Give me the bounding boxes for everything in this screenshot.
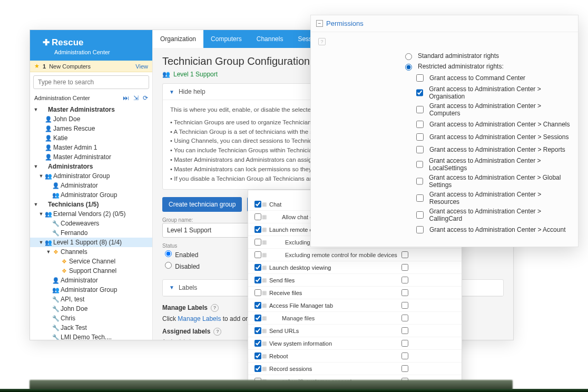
- grant-access-option[interactable]: Grant access to Administration Center > …: [414, 102, 571, 117]
- grant-access-option[interactable]: Grant access to Administration Center > …: [414, 157, 571, 172]
- permission-checkbox[interactable]: [254, 302, 261, 309]
- tree-node[interactable]: 🔧Jack Test: [30, 323, 152, 332]
- tree-node[interactable]: 👤Master Admin 1: [30, 143, 152, 152]
- permission-checkbox[interactable]: [254, 289, 261, 296]
- permission-checkbox[interactable]: [254, 327, 261, 334]
- tree-node[interactable]: 🔧John Doe: [30, 304, 152, 313]
- permission-checkbox[interactable]: [254, 239, 261, 246]
- tree-node[interactable]: ▼Administrators: [30, 162, 152, 171]
- permission-locked-checkbox[interactable]: [401, 352, 408, 359]
- status-enabled-radio[interactable]: [165, 250, 172, 257]
- grant-access-option[interactable]: Grant access to Administration Center > …: [414, 85, 571, 100]
- permission-checkbox[interactable]: [254, 352, 261, 359]
- grant-access-option[interactable]: Grant access to Administration Center > …: [414, 144, 571, 155]
- grant-access-checkbox[interactable]: [416, 146, 424, 153]
- grant-access-option[interactable]: Grant access to Administration Center > …: [414, 174, 571, 189]
- tree-node[interactable]: 🔧Codeweavers: [30, 219, 152, 228]
- grant-access-checkbox[interactable]: [416, 74, 424, 82]
- permission-checkbox[interactable]: [254, 201, 261, 208]
- tree-node[interactable]: ❖Service Channel: [30, 257, 152, 266]
- tab-organization[interactable]: Organization: [153, 30, 203, 48]
- tree-caret-icon[interactable]: ▼: [33, 200, 38, 209]
- permission-checkbox[interactable]: [254, 315, 261, 321]
- grant-access-option[interactable]: Grant access to Administration Center > …: [414, 132, 571, 142]
- grant-access-checkbox[interactable]: [416, 211, 424, 219]
- help-icon[interactable]: ?: [318, 38, 326, 45]
- nav-tree[interactable]: ▼Master Administrators👤John Doe👤James Re…: [30, 104, 152, 340]
- grant-access-option[interactable]: Grant access to Administration Center > …: [414, 224, 571, 235]
- tree-node[interactable]: 👤Administrator: [30, 276, 152, 285]
- tree-node[interactable]: 🔧LMI Demo Tech....: [30, 332, 152, 340]
- status-disabled-radio[interactable]: [165, 262, 172, 269]
- tree-node[interactable]: ▼❖Channels: [30, 247, 152, 257]
- permission-locked-checkbox[interactable]: [401, 302, 408, 309]
- permission-checkbox[interactable]: [254, 264, 261, 271]
- tree-node[interactable]: 👤Katie: [30, 133, 152, 143]
- tree-node[interactable]: 🔧Chris: [30, 313, 152, 323]
- permission-locked-checkbox[interactable]: [401, 251, 408, 258]
- permission-checkbox[interactable]: [254, 365, 261, 372]
- tree-caret-icon[interactable]: ▼: [38, 209, 44, 219]
- tree-caret-icon[interactable]: ▼: [38, 171, 44, 181]
- rights-restricted-option[interactable]: Restricted administrator rights:: [403, 62, 571, 71]
- permission-checkbox[interactable]: [254, 226, 261, 233]
- grant-access-checkbox[interactable]: [416, 89, 423, 96]
- tab-channels[interactable]: Channels: [249, 30, 291, 48]
- tree-node[interactable]: 👤James Rescue: [30, 124, 152, 133]
- permission-locked-checkbox[interactable]: [401, 327, 408, 334]
- tree-caret-icon[interactable]: ▼: [33, 105, 38, 114]
- rights-standard-option[interactable]: Standard administrator rights: [403, 52, 571, 60]
- permissions-card-header[interactable]: − Permissions: [311, 15, 578, 32]
- grant-access-checkbox[interactable]: [416, 106, 424, 113]
- grant-access-checkbox[interactable]: [416, 178, 423, 185]
- tree-node[interactable]: 👤Administrator: [30, 181, 152, 190]
- permission-checkbox[interactable]: [254, 213, 261, 220]
- permission-locked-checkbox[interactable]: [401, 365, 408, 372]
- search-input[interactable]: [33, 75, 149, 89]
- tree-node[interactable]: ▼Technicians (1/5): [30, 200, 152, 209]
- tree-node[interactable]: 👤Master Administrator: [30, 152, 152, 162]
- tree-node[interactable]: ▼Master Administrators: [30, 105, 152, 114]
- tree-node[interactable]: ▼👥Administrator Group: [30, 171, 152, 181]
- tool-skip-icon[interactable]: ⏭: [123, 94, 129, 102]
- grant-access-option[interactable]: Grant access to Command Center: [414, 73, 571, 83]
- grant-access-checkbox[interactable]: [416, 121, 424, 128]
- permission-checkbox[interactable]: [254, 251, 261, 258]
- tree-node[interactable]: 🔧Fernando: [30, 228, 152, 238]
- permission-checkbox[interactable]: [254, 340, 261, 347]
- permission-checkbox[interactable]: [254, 277, 261, 283]
- grant-access-option[interactable]: Grant access to Administration Center > …: [414, 119, 571, 130]
- notification-view-link[interactable]: View: [135, 63, 148, 70]
- grant-access-checkbox[interactable]: [416, 161, 423, 168]
- grant-access-checkbox[interactable]: [416, 226, 424, 233]
- tree-node[interactable]: ▼👥External Vendors (2) (0/5): [30, 209, 152, 219]
- permission-locked-checkbox[interactable]: [401, 277, 408, 283]
- tool-refresh-icon[interactable]: ⟳: [143, 94, 148, 102]
- tree-node[interactable]: 👤John Doe: [30, 114, 152, 124]
- tree-caret-icon[interactable]: ▼: [33, 162, 38, 171]
- permission-locked-checkbox[interactable]: [401, 340, 408, 347]
- tree-node[interactable]: ▼👥Level 1 Support (8) (1/4): [30, 238, 152, 247]
- grant-access-option[interactable]: Grant access to Administration Center > …: [414, 208, 571, 222]
- tab-computers[interactable]: Computers: [203, 30, 249, 48]
- tree-node[interactable]: ❖Support Channel: [30, 266, 152, 276]
- grant-access-checkbox[interactable]: [416, 133, 424, 141]
- tree-caret-icon[interactable]: ▼: [38, 238, 44, 247]
- grant-access-option[interactable]: Grant access to Administration Center > …: [414, 191, 571, 205]
- help-icon[interactable]: ?: [211, 304, 219, 312]
- permission-locked-checkbox[interactable]: [401, 315, 408, 321]
- tree-caret-icon[interactable]: ▼: [46, 247, 51, 257]
- manage-labels-link[interactable]: Manage Labels: [178, 315, 221, 322]
- tool-collapse-icon[interactable]: ⇲: [133, 94, 139, 102]
- permission-locked-checkbox[interactable]: [401, 289, 408, 296]
- rights-restricted-radio[interactable]: [405, 64, 412, 71]
- permission-locked-checkbox[interactable]: [401, 264, 408, 271]
- tree-node[interactable]: 👥Administrator Group: [30, 285, 152, 295]
- tree-node[interactable]: 🔧API, test: [30, 295, 152, 304]
- rights-standard-radio[interactable]: [405, 53, 412, 60]
- collapse-icon[interactable]: −: [316, 20, 323, 27]
- create-tech-group-button[interactable]: Create technician group: [162, 197, 242, 212]
- grant-access-checkbox[interactable]: [416, 194, 424, 202]
- notification-bar[interactable]: ★ 1 New Computers View: [30, 61, 152, 72]
- help-icon[interactable]: ?: [213, 328, 221, 336]
